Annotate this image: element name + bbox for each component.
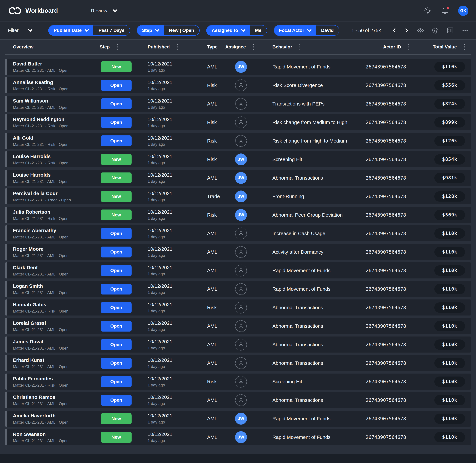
filter-pill-publish-date[interactable]: Publish Date Past 7 Days [48, 25, 130, 36]
column-menu-icon[interactable] [253, 44, 254, 50]
review-nav-label: Review [91, 8, 107, 14]
behavior-value: Increase in Cash Usage [257, 231, 360, 236]
step-badge: Open [101, 395, 132, 406]
theme-toggle-button[interactable] [424, 7, 432, 15]
table-row[interactable]: Julia Robertson Matter CL-21-231 · Risk … [5, 207, 471, 223]
column-menu-icon[interactable] [408, 44, 409, 50]
pill-label-text: Step [142, 28, 152, 33]
row-accent-bar [5, 244, 7, 260]
table-row[interactable]: Sam Wilkinson Matter CL-21-231 · AML · O… [5, 96, 471, 112]
table-row[interactable]: Hannah Gates Matter CL-21-231 · Risk · O… [5, 299, 471, 315]
prev-page-button[interactable] [392, 28, 397, 33]
type-value: Risk [186, 138, 225, 144]
chevron-down-icon [85, 29, 89, 32]
total-value-badge: $569k [434, 210, 465, 220]
column-menu-icon[interactable] [464, 44, 465, 50]
person-icon [238, 82, 244, 89]
table-row[interactable]: Francis Abernathy Matter CL-21-231 · AML… [5, 225, 471, 241]
assignee-avatar[interactable]: JW [235, 172, 247, 184]
step-badge: New [101, 154, 132, 165]
assignee-avatar[interactable]: JW [235, 61, 247, 73]
published-date: 10/12/2021 [148, 265, 186, 270]
assignee-avatar[interactable] [235, 302, 247, 313]
column-menu-icon[interactable] [177, 44, 178, 50]
assignee-avatar[interactable]: JW [235, 413, 247, 425]
table-row[interactable]: Louise Harrolds Matter CL-21-231 · AML ·… [5, 170, 471, 186]
assignee-avatar[interactable] [235, 339, 247, 351]
published-ago: 1 day ago [148, 327, 186, 332]
table-row[interactable]: Lorelai Grassi Matter CL-21-231 · AML · … [5, 318, 471, 334]
table-row[interactable]: Erhard Kunst Matter CL-21-231 · AML · Op… [5, 355, 471, 371]
table-row[interactable]: Pablo Fernandes Matter CL-21-231 · Risk … [5, 374, 471, 390]
layers-view-button[interactable] [432, 27, 439, 34]
actor-id-value: 26743907564678 [360, 360, 409, 366]
assignee-avatar[interactable] [235, 320, 247, 332]
behavior-value: Abnormal Transactions [257, 397, 360, 403]
column-header-actor-id: Actor ID [360, 44, 409, 50]
notifications-button[interactable] [441, 7, 449, 15]
case-name: Logan Smith [13, 283, 100, 289]
type-value: AML [186, 342, 225, 347]
table-row[interactable]: James Duval Matter CL-21-231 · AML · Ope… [5, 337, 471, 353]
table-row[interactable]: Clark Dent Matter CL-21-231 · AML · Open… [5, 262, 471, 278]
assignee-avatar[interactable] [235, 116, 247, 128]
assignee-avatar[interactable]: JW [235, 190, 247, 202]
assignee-avatar[interactable] [235, 135, 247, 147]
column-menu-icon[interactable] [117, 44, 118, 50]
behavior-value: Screening Hit [257, 157, 360, 162]
assignee-avatar[interactable] [235, 228, 247, 240]
assignee-avatar[interactable] [235, 357, 247, 369]
assignee-avatar[interactable] [235, 98, 247, 110]
table-row[interactable]: Christiano Ramos Matter CL-21-231 · AML … [5, 392, 471, 408]
column-menu-icon[interactable] [299, 44, 300, 50]
next-page-button[interactable] [404, 28, 409, 33]
table-row[interactable]: Logan Smith Matter CL-21-231 · AML · Ope… [5, 281, 471, 297]
filter-dropdown[interactable]: Filter [8, 28, 32, 33]
assignee-avatar[interactable] [235, 79, 247, 91]
case-subtitle: Matter CL-21-231 · Risk · Open [13, 216, 100, 221]
case-name: Annalise Keating [13, 79, 100, 85]
published-date: 10/12/2021 [148, 339, 186, 344]
assignee-avatar[interactable]: JW [235, 209, 247, 221]
assignee-avatar[interactable] [235, 246, 247, 258]
filter-pill-step[interactable]: Step New | Open [137, 25, 200, 36]
assignee-avatar[interactable] [235, 283, 247, 295]
assignee-avatar[interactable] [235, 394, 247, 406]
board-view-button[interactable] [447, 27, 454, 34]
case-subtitle: Matter CL-21-231 · AML · Open [13, 272, 100, 276]
assignee-avatar[interactable] [235, 265, 247, 276]
table-row[interactable]: Percival de la Cour Matter CL-21-231 · T… [5, 188, 471, 204]
table-row[interactable]: Amelia Haverforth Matter CL-21-231 · AML… [5, 410, 471, 427]
table-row[interactable]: Louise Harrolds Matter CL-21-231 · Risk … [5, 151, 471, 167]
table-row[interactable]: Raymond Reddington Matter CL-21-231 · Ri… [5, 114, 471, 130]
pill-label-text: Focal Actor [279, 28, 304, 33]
user-avatar[interactable]: GK [458, 6, 468, 16]
person-icon [238, 249, 244, 255]
total-value-badge: $854k [434, 154, 465, 165]
filter-pill-assigned-to[interactable]: Assigned to Me [206, 25, 267, 36]
actor-id-value: 26743907564678 [360, 157, 409, 162]
person-icon [238, 119, 244, 126]
more-options-button[interactable] [461, 27, 469, 34]
review-nav-dropdown[interactable]: Review [91, 8, 117, 14]
type-value: AML [186, 397, 225, 403]
actor-id-value: 26743907564678 [360, 268, 409, 273]
assignee-avatar[interactable]: JW [235, 153, 247, 165]
case-subtitle: Matter CL-21-231 · AML · Open [13, 327, 100, 332]
preview-toggle-button[interactable] [417, 27, 424, 34]
table-row[interactable]: Alli Gold Matter CL-21-231 · Risk · Open… [5, 133, 471, 149]
assignee-initials: JW [238, 416, 244, 421]
table-row[interactable]: David Butler Matter CL-21-231 · AML · Op… [5, 59, 471, 75]
assignee-avatar[interactable] [235, 376, 247, 388]
pill-label-text: Publish Date [53, 28, 82, 33]
step-badge: New [101, 191, 132, 202]
actor-id-value: 26743907564678 [360, 323, 409, 329]
table-row[interactable]: Annalise Keating Matter CL-21-231 · Risk… [5, 77, 471, 93]
case-subtitle: Matter CL-21-231 · AML · Open [13, 401, 100, 406]
case-name: Pablo Fernandes [13, 376, 100, 382]
assignee-avatar[interactable]: JW [235, 431, 247, 443]
table-row[interactable]: Roger Moore Matter CL-21-231 · AML · Ope… [5, 244, 471, 260]
filter-pill-focal-actor[interactable]: Focal Actor David [274, 25, 339, 36]
step-badge: Open [101, 265, 132, 276]
table-row[interactable]: Ron Swanson Matter CL-21-231 · AML · Ope… [5, 429, 471, 445]
